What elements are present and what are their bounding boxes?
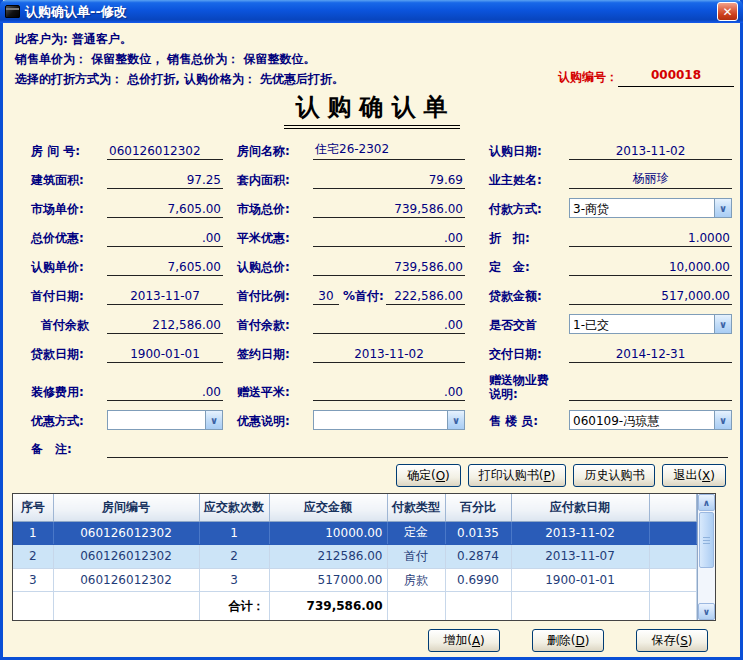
fp-balance1-input[interactable]: 212,586.00 <box>107 318 223 334</box>
rg-total-input[interactable]: 739,586.00 <box>313 260 465 276</box>
sqm-disc-input[interactable]: .00 <box>313 231 465 247</box>
table-row[interactable]: 2 060126012302 2 212586.00 首付 0.2874 201… <box>13 545 697 569</box>
room-no-input[interactable]: 060126012302 <box>107 144 223 160</box>
total-disc-label: 总价优惠: <box>31 230 107 247</box>
rg-unit-input[interactable]: 7,605.00 <box>107 260 223 276</box>
exit-button-label-post: ) <box>710 469 715 483</box>
col-pay-type[interactable]: 付款类型 <box>387 494 445 521</box>
room-no-label: 房 间 号: <box>31 143 107 160</box>
cell-pay-type: 首付 <box>387 545 445 569</box>
field-rg-total: 认购总价: 739,586.00 <box>237 259 489 276</box>
action-button-row: 确定(O) 打印认购书(P) 历史认购书 退出(X) <box>3 464 740 487</box>
paid-first-select[interactable]: 1-已交 ∨ <box>569 314 732 334</box>
print-confirmation-button[interactable]: 打印认购书(P) <box>468 464 567 487</box>
ok-button[interactable]: 确定(O) <box>396 464 461 487</box>
loan-date-input[interactable]: 1900-01-01 <box>107 347 223 363</box>
fitment-input[interactable]: .00 <box>107 385 223 401</box>
field-fp-date: 首付日期: 2013-11-07 <box>31 288 237 305</box>
col-due-date[interactable]: 应付款日期 <box>511 494 649 521</box>
cell-empty <box>649 568 697 592</box>
history-button[interactable]: 历史认购书 <box>573 464 655 487</box>
fp-amount-input[interactable]: 222,586.00 <box>386 289 465 305</box>
fp-ratio-label: 首付比例: <box>237 288 313 305</box>
gift-fee-label: 赠送物业费 说明: <box>489 373 569 401</box>
add-button[interactable]: 增加(A) <box>428 629 500 652</box>
mkt-total-input[interactable]: 739,586.00 <box>313 202 465 218</box>
col-room-no[interactable]: 房间编号 <box>53 494 199 521</box>
deposit-input[interactable]: 10,000.00 <box>569 260 732 276</box>
remark-input[interactable] <box>107 442 728 458</box>
salesman-label: 售 楼 员: <box>489 413 569 430</box>
remark-label: 备 注: <box>31 441 107 458</box>
field-salesman: 售 楼 员: 060109-冯琼慧 ∨ <box>489 410 734 430</box>
col-amount[interactable]: 应交金额 <box>269 494 387 521</box>
cell-percent: 0.2874 <box>445 545 511 569</box>
delete-button[interactable]: 删除(D) <box>532 629 604 652</box>
vertical-scrollbar[interactable]: ∧ ∨ <box>697 494 715 620</box>
cell-seq: 2 <box>13 545 53 569</box>
scrollbar-thumb[interactable] <box>699 512 714 568</box>
title-bar[interactable]: 认购确认单--修改 ✕ <box>0 0 743 23</box>
total-spacer <box>387 592 445 620</box>
col-percent[interactable]: 百分比 <box>445 494 511 521</box>
save-button-label-post: ) <box>688 634 693 648</box>
table-row[interactable]: 1 060126012302 1 10000.00 定金 0.0135 2013… <box>13 521 697 545</box>
col-seq[interactable]: 序号 <box>13 494 53 521</box>
gift-fee-input[interactable] <box>569 385 732 401</box>
total-disc-input[interactable]: .00 <box>107 231 223 247</box>
disc-note-select[interactable]: ∨ <box>313 410 465 430</box>
col-installment[interactable]: 应交款次数 <box>199 494 269 521</box>
gift-sqm-input[interactable]: .00 <box>313 385 465 401</box>
room-name-input[interactable]: 住宅26-2302 <box>313 141 465 160</box>
delete-button-mnemonic: D <box>575 634 584 648</box>
cell-amount: 212586.00 <box>269 545 387 569</box>
discount-input[interactable]: 1.0000 <box>569 231 732 247</box>
mkt-unit-input[interactable]: 7,605.00 <box>107 202 223 218</box>
disc-mode-value <box>108 411 205 429</box>
sqm-disc-label: 平米优惠: <box>237 230 313 247</box>
pay-method-select[interactable]: 3-商贷 ∨ <box>569 198 732 218</box>
scroll-up-icon[interactable]: ∧ <box>698 494 715 511</box>
field-inner-area: 套内面积: 79.69 <box>237 172 489 189</box>
disc-mode-select[interactable]: ∨ <box>107 410 223 430</box>
loan-date-label: 贷款日期: <box>31 346 107 363</box>
chevron-down-icon[interactable]: ∨ <box>447 411 464 429</box>
deliver-date-input[interactable]: 2014-12-31 <box>569 347 732 363</box>
loan-amt-input[interactable]: 517,000.00 <box>569 289 732 305</box>
salesman-select[interactable]: 060109-冯琼慧 ∨ <box>569 410 732 430</box>
chevron-down-icon[interactable]: ∨ <box>714 411 731 429</box>
total-spacer <box>445 592 511 620</box>
discount-label: 折 扣: <box>489 230 569 247</box>
fitment-label: 装修费用: <box>31 384 107 401</box>
fp-date-input[interactable]: 2013-11-07 <box>107 289 223 305</box>
field-pay-method: 付款方式: 3-商贷 ∨ <box>489 198 734 218</box>
rg-date-input[interactable]: 2013-11-02 <box>569 144 732 160</box>
fp-balance2-label: 首付余款: <box>237 317 313 334</box>
pay-method-label: 付款方式: <box>489 201 569 218</box>
fp-balance2-input[interactable]: .00 <box>313 318 465 334</box>
sign-date-input[interactable]: 2013-11-02 <box>313 347 465 363</box>
field-deposit: 定 金: 10,000.00 <box>489 259 734 276</box>
cell-due-date: 1900-01-01 <box>511 568 649 592</box>
exit-button[interactable]: 退出(X) <box>662 464 726 487</box>
inner-area-input[interactable]: 79.69 <box>313 173 465 189</box>
chevron-down-icon[interactable]: ∨ <box>714 199 731 217</box>
chevron-down-icon[interactable]: ∨ <box>205 411 222 429</box>
chevron-down-icon[interactable]: ∨ <box>714 315 731 333</box>
close-button[interactable]: ✕ <box>717 2 738 21</box>
build-area-input[interactable]: 97.25 <box>107 173 223 189</box>
owner-input[interactable]: 杨丽珍 <box>569 170 732 189</box>
scrollbar-track[interactable] <box>698 569 715 603</box>
field-rg-unit: 认购单价: 7,605.00 <box>31 259 237 276</box>
cell-due-date: 2013-11-07 <box>511 545 649 569</box>
window-title: 认购确认单--修改 <box>25 3 127 21</box>
cell-installment: 3 <box>199 568 269 592</box>
cell-pay-type: 房款 <box>387 568 445 592</box>
save-button-label: 保存( <box>652 632 681 649</box>
fp-ratio-input[interactable]: 30 <box>313 289 339 305</box>
scroll-down-icon[interactable]: ∨ <box>698 603 715 620</box>
save-button[interactable]: 保存(S) <box>636 629 708 652</box>
field-deliver-date: 交付日期: 2014-12-31 <box>489 346 734 363</box>
total-spacer <box>511 592 649 620</box>
table-row[interactable]: 3 060126012302 3 517000.00 房款 0.6990 190… <box>13 568 697 592</box>
